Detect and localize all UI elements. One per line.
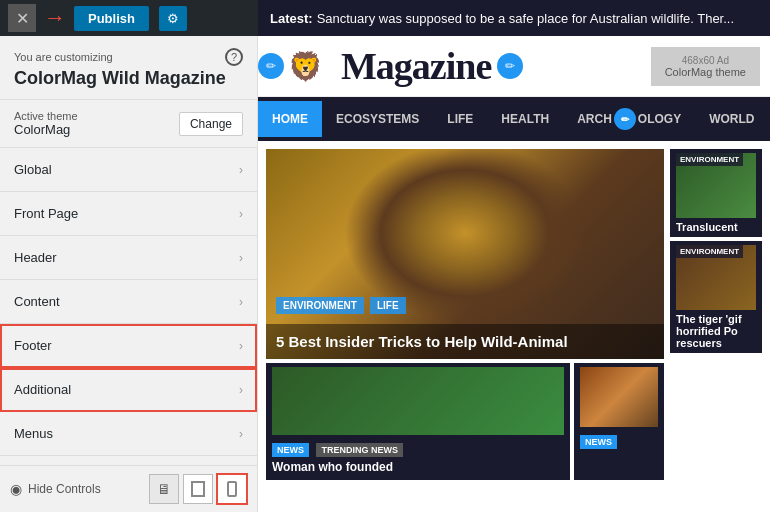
nav-item-life[interactable]: LIFE: [433, 101, 487, 137]
publish-button[interactable]: Publish: [74, 6, 149, 31]
right-card-title-1: Translucent: [676, 221, 756, 233]
sidebar-item-global[interactable]: Global ›: [0, 148, 257, 192]
bottom-right-news-badge: NEWS: [580, 435, 617, 449]
bottom-right-image: [580, 367, 658, 427]
main-layout: You are customizing ? ColorMag Wild Maga…: [0, 36, 770, 512]
preview-right-sidebar: ENVIRONMENT Translucent ENVIRONMENT The …: [670, 149, 762, 480]
magazine-logo-text: Magazine: [323, 44, 491, 88]
nav-item-home[interactable]: HOME: [258, 101, 322, 137]
change-theme-button[interactable]: Change: [179, 112, 243, 136]
chevron-icon: ›: [239, 251, 243, 265]
nav-label-home: HOME: [272, 112, 308, 126]
active-theme-name: ColorMag: [14, 122, 78, 137]
mobile-view-button[interactable]: [217, 474, 247, 504]
nav-edit-circle[interactable]: ✏: [614, 108, 636, 130]
nav-item-health[interactable]: HEALTH: [487, 101, 563, 137]
tablet-view-button[interactable]: [183, 474, 213, 504]
desktop-view-button[interactable]: 🖥: [149, 474, 179, 504]
active-theme-label: Active theme: [14, 110, 78, 122]
arrow-indicator: →: [44, 5, 66, 31]
nav-label-life: LIFE: [447, 112, 473, 126]
sidebar-item-label-global: Global: [14, 162, 52, 177]
bottom-badges: NEWS TRENDING NEWS: [272, 439, 564, 460]
close-button[interactable]: ✕: [8, 4, 36, 32]
right-card-title-2: The tiger 'gif horrified Po rescuers: [676, 313, 756, 349]
news-badge: NEWS: [272, 443, 309, 457]
logo-edit-button[interactable]: ✏: [258, 53, 284, 79]
chevron-icon: ›: [239, 207, 243, 221]
sidebar-item-label-additional: Additional: [14, 382, 71, 397]
nav-label-ology: OLOGY: [638, 112, 681, 126]
magazine-header: ✏ 🦁 Magazine ✏ 468x60 Ad ColorMag theme: [258, 36, 770, 97]
news-ticker: Latest: Sanctuary was supposed to be a s…: [258, 0, 770, 36]
nav-label-archaeology: ARCH: [577, 112, 612, 126]
preview-area: ✏ 🦁 Magazine ✏ 468x60 Ad ColorMag theme …: [258, 36, 770, 512]
news-text: Sanctuary was supposed to be a safe plac…: [317, 11, 734, 26]
right-card-1: ENVIRONMENT Translucent: [670, 149, 762, 237]
ad-banner: 468x60 Ad ColorMag theme: [651, 47, 760, 86]
ad-theme-label: ColorMag theme: [665, 66, 746, 78]
help-icon-symbol: ?: [231, 51, 237, 63]
sidebar-item-additional[interactable]: Additional ›: [0, 368, 257, 412]
top-bar-left: ✕ → Publish ⚙: [0, 4, 258, 32]
life-badge: LIFE: [370, 297, 406, 314]
environment-badge: ENVIRONMENT: [276, 297, 364, 314]
bottom-article-left: NEWS TRENDING NEWS Woman who founded: [266, 363, 570, 480]
main-content: ENVIRONMENT LIFE 5 Best Insider Tricks t…: [266, 149, 664, 480]
ad-size-label: 468x60 Ad: [682, 55, 729, 66]
site-name: ColorMag Wild Magazine: [14, 68, 243, 89]
right-card-2: ENVIRONMENT The tiger 'gif horrified Po …: [670, 241, 762, 353]
nav-label-ecosystems: ECOSYSTEMS: [336, 112, 419, 126]
chevron-icon: ›: [239, 163, 243, 177]
chevron-icon: ›: [239, 339, 243, 353]
env-badge-2: ENVIRONMENT: [676, 245, 743, 258]
sidebar-item-label-header: Header: [14, 250, 57, 265]
sidebar-item-content[interactable]: Content ›: [0, 280, 257, 324]
chevron-icon: ›: [239, 295, 243, 309]
active-theme-section: Active theme ColorMag Change: [0, 100, 257, 148]
magazine-logo-wrap: ✏ 🦁 Magazine ✏: [268, 44, 523, 88]
sidebar-footer: ◉ Hide Controls 🖥: [0, 465, 257, 512]
sidebar-header: You are customizing ? ColorMag Wild Maga…: [0, 36, 257, 100]
content-area: ENVIRONMENT LIFE 5 Best Insider Tricks t…: [258, 141, 770, 480]
bottom-article-title: Woman who founded: [272, 460, 564, 474]
logo-right-edit-button[interactable]: ✏: [497, 53, 523, 79]
chevron-icon: ›: [239, 427, 243, 441]
chevron-icon: ›: [239, 383, 243, 397]
sidebar-item-footer[interactable]: Footer ›: [0, 324, 257, 368]
customizing-label: You are customizing ?: [14, 48, 243, 66]
help-icon[interactable]: ?: [225, 48, 243, 66]
sidebar-item-label-footer: Footer: [14, 338, 52, 353]
sidebar: You are customizing ? ColorMag Wild Maga…: [0, 36, 258, 512]
gear-button[interactable]: ⚙: [159, 6, 187, 31]
hide-controls-button[interactable]: ◉ Hide Controls: [10, 481, 101, 497]
nav-item-ecosystems[interactable]: ECOSYSTEMS: [322, 101, 433, 137]
env-badge-1: ENVIRONMENT: [676, 153, 743, 166]
sidebar-item-label-front-page: Front Page: [14, 206, 78, 221]
sidebar-item-label-menus: Menus: [14, 426, 53, 441]
trending-badge: TRENDING NEWS: [316, 443, 403, 457]
magazine-nav: HOME ECOSYSTEMS LIFE HEALTH ARCH ✏ OLOGY…: [258, 97, 770, 141]
nav-label-world: WORLD: [709, 112, 754, 126]
active-theme-info: Active theme ColorMag: [14, 110, 78, 137]
main-article-image: ENVIRONMENT LIFE 5 Best Insider Tricks t…: [266, 149, 664, 359]
sidebar-item-label-content: Content: [14, 294, 60, 309]
sidebar-item-menus[interactable]: Menus ›: [0, 412, 257, 456]
article-title: 5 Best Insider Tricks to Help Wild-Anima…: [276, 332, 654, 352]
hide-controls-label: Hide Controls: [28, 482, 101, 496]
sidebar-item-front-page[interactable]: Front Page ›: [0, 192, 257, 236]
article-badges: ENVIRONMENT LIFE: [276, 297, 406, 314]
nav-item-archaeology[interactable]: ARCH ✏ OLOGY: [563, 97, 695, 141]
tablet-icon: [191, 481, 205, 497]
article-title-overlay: 5 Best Insider Tricks to Help Wild-Anima…: [266, 324, 664, 360]
bottom-right: NEWS: [574, 363, 664, 480]
menu-items: Global › Front Page › Header › Content ›…: [0, 148, 257, 465]
mobile-icon: [227, 481, 237, 497]
device-icons: 🖥: [149, 474, 247, 504]
bottom-content: NEWS TRENDING NEWS Woman who founded NEW…: [266, 363, 664, 480]
nav-item-world[interactable]: WORLD: [695, 101, 768, 137]
sidebar-item-header[interactable]: Header ›: [0, 236, 257, 280]
eye-icon: ◉: [10, 481, 22, 497]
latest-label: Latest:: [270, 11, 313, 26]
desktop-icon: 🖥: [157, 481, 171, 497]
